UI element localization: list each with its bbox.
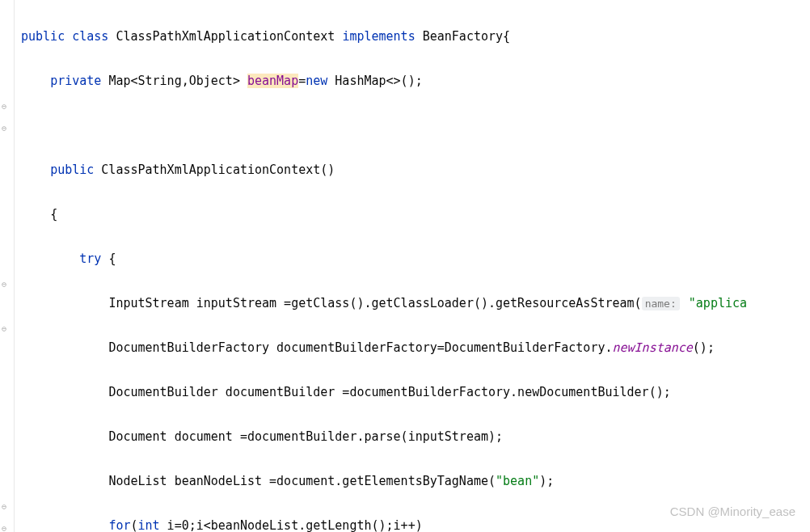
code-line: private Map<String,Object> beanMap=new H… [21,70,810,93]
fold-icon[interactable]: ⊖ [2,496,11,505]
code-line: for(int i=0;i<beanNodeList.getLength();i… [21,515,810,533]
code-content[interactable]: public class ClassPathXmlApplicationCont… [15,0,810,532]
param-hint: name: [642,297,680,310]
fold-icon[interactable]: ⊖ [2,117,11,127]
code-line: InputStream inputStream =getClass().getC… [21,293,810,315]
code-line [21,115,810,137]
code-line: public ClassPathXmlApplicationContext() [21,159,810,182]
code-line: try { [21,248,810,271]
fold-icon[interactable]: ⊖ [2,318,11,327]
code-line: { [21,204,810,226]
code-line: public class ClassPathXmlApplicationCont… [21,26,810,49]
code-line: NodeList beanNodeList =document.getEleme… [21,471,810,493]
fold-icon[interactable]: ⊖ [2,95,11,105]
editor-gutter: ⊖ ⊖ ⊖ ⊖ ⊖ ⊖ [0,0,15,532]
fold-icon[interactable]: ⊖ [2,273,11,283]
code-editor[interactable]: ⊖ ⊖ ⊖ ⊖ ⊖ ⊖ public class ClassPathXmlApp… [0,0,810,532]
code-line: DocumentBuilderFactory documentBuilderFa… [21,337,810,360]
fold-icon[interactable]: ⊖ [2,517,11,527]
code-line: Document document =documentBuilder.parse… [21,426,810,449]
code-line: DocumentBuilder documentBuilder =documen… [21,382,810,404]
